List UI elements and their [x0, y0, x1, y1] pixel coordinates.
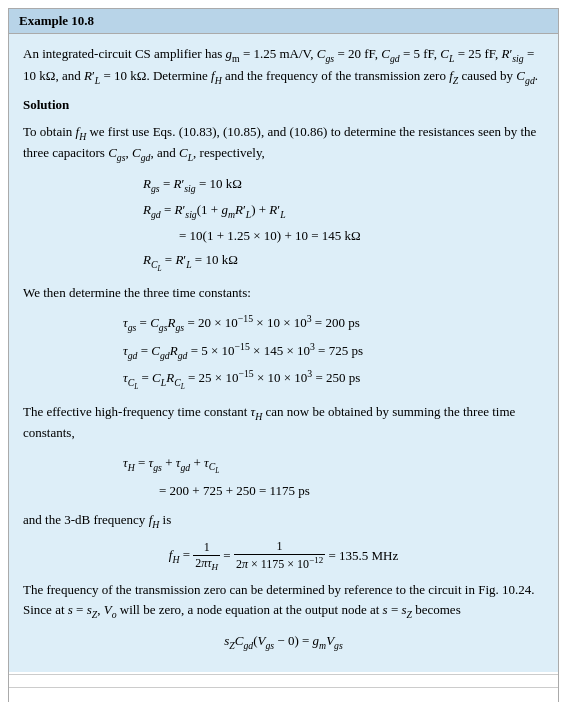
equations-block1: Rgs = R′sig = 10 kΩ Rgd = R′sig(1 + gmR′… — [143, 173, 544, 275]
section-divider — [9, 674, 558, 688]
solution-para2: We then determine the three time constan… — [23, 283, 544, 303]
solution-para4: and the 3-dB frequency fH is — [23, 510, 544, 532]
eq-rgs: Rgs = R′sig = 10 kΩ — [143, 173, 544, 197]
frac-1-2pi-tau: 1 2πτH — [193, 540, 220, 572]
tau-cl: τCL = CLRCL = 25 × 10−15 × 10 × 103 = 25… — [123, 366, 544, 393]
fh-equation: fH = 1 2πτH = 1 2π × 1175 × 10−12 = 135.… — [23, 539, 544, 572]
eq-rcl: RCL = R′L = 10 kΩ — [143, 249, 544, 275]
solution-para5: The frequency of the transmission zero c… — [23, 580, 544, 622]
tau-h-block: τH = τgs + τgd + τCL = 200 + 725 + 250 =… — [123, 452, 544, 502]
intro-paragraph: An integrated-circuit CS amplifier has g… — [23, 44, 544, 87]
example-title: Example 10.8 — [19, 13, 94, 28]
solution-para3: The effective high-frequency time consta… — [23, 402, 544, 444]
example-container: Example 10.8 An integrated-circuit CS am… — [8, 8, 559, 702]
eq-rgd-line2: = 10(1 + 1.25 × 10) + 10 = 145 kΩ — [179, 225, 544, 247]
sz-cgd-equation: sZCgd(Vgs − 0) = gmVgs — [23, 630, 544, 654]
time-constants-block: τgs = CgsRgs = 20 × 10−15 × 10 × 103 = 2… — [123, 311, 544, 393]
frac-1-2pi-1175: 1 2π × 1175 × 10−12 — [234, 539, 325, 572]
eq-rgd-line1: Rgd = R′sig(1 + gmR′L) + R′L — [143, 199, 544, 223]
content-top: An integrated-circuit CS amplifier has g… — [9, 34, 558, 674]
tau-h-line2: = 200 + 725 + 250 = 1175 ps — [159, 480, 544, 502]
tau-gd: τgd = CgdRgd = 5 × 10−15 × 145 × 103 = 7… — [123, 339, 544, 364]
content-bottom: Thus sZ = gm Cgd and fZ = gm 2πCgd = 1.2… — [9, 688, 558, 702]
example-header: Example 10.8 — [9, 9, 558, 34]
tau-gs: τgs = CgsRgs = 20 × 10−15 × 10 × 103 = 2… — [123, 311, 544, 336]
solution-label: Solution — [23, 95, 544, 115]
fh-label: fH = — [169, 547, 190, 565]
solution-para1: To obtain fH we first use Eqs. (10.83), … — [23, 122, 544, 165]
tau-h-line1: τH = τgs + τgd + τCL — [123, 452, 544, 478]
